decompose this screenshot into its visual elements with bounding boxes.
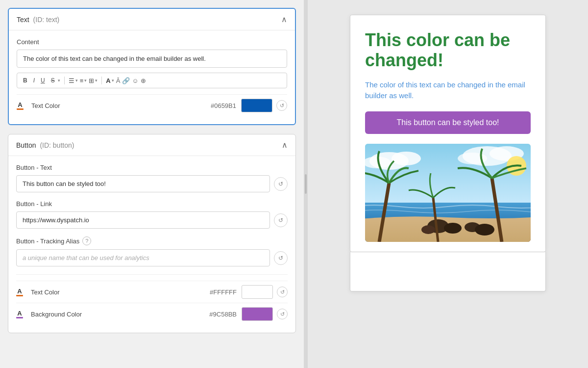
button-card-header: Button (ID: button) ∧ (8, 134, 295, 156)
button-tracking-reset-button[interactable]: ↺ (274, 251, 288, 265)
text-color-row: A Text Color #0659B1 ↺ (17, 94, 287, 116)
button-text-color-reset-button[interactable]: ↺ (277, 287, 288, 297)
table-dropdown[interactable]: ⊞ ▾ (89, 77, 98, 84)
highlight-icon[interactable]: Ā (116, 77, 121, 84)
button-text-color-icon: A (16, 287, 27, 297)
button-bg-color-row: A Background Color #9C58BB ↺ (16, 303, 288, 325)
tracking-help-icon[interactable]: ? (82, 237, 91, 245)
text-toolbar: B I U S ▾ ☰ ▾ ≡ ▾ ⊞ ▾ (17, 73, 287, 88)
button-text-label: Button - Text (16, 164, 288, 171)
svg-point-13 (475, 224, 494, 236)
emoji-icon[interactable]: ☺ (132, 77, 138, 84)
button-text-row: ↺ (16, 175, 288, 192)
list-dropdown[interactable]: ☰ ▾ (69, 77, 78, 84)
text-card: Text (ID: text) ∧ Content The color of t… (8, 8, 296, 125)
text-color-hex: #0659B1 (211, 102, 236, 109)
preview-beach-image (365, 144, 531, 242)
button-link-label: Button - Link (16, 200, 288, 208)
strikethrough-button[interactable]: S (49, 76, 57, 85)
left-panel: Text (ID: text) ∧ Content The color of t… (0, 0, 304, 368)
button-card-divider (16, 274, 288, 275)
align-dropdown[interactable]: ≡ ▾ (80, 77, 87, 84)
content-text-display: The color of this text can be changed in… (17, 50, 287, 68)
button-text-color-hex: #FFFFFF (210, 289, 237, 296)
preview-button[interactable]: This button can be styled too! (365, 111, 531, 134)
email-preview: This color can be changed! The color of … (350, 15, 546, 252)
button-link-input[interactable] (16, 211, 270, 229)
button-card-body: Button - Text ↺ Button - Link ↺ Button -… (8, 156, 295, 333)
text-color-icon: A (17, 100, 27, 111)
button-tracking-input[interactable] (16, 249, 270, 266)
font-color-dropdown[interactable]: A ▾ (106, 77, 114, 84)
button-text-reset-button[interactable]: ↺ (274, 177, 288, 191)
button-link-reset-button[interactable]: ↺ (274, 213, 288, 227)
right-panel: This color can be changed! The color of … (308, 0, 588, 368)
underline-button[interactable]: U (39, 76, 47, 85)
button-text-color-label: Text Color (31, 289, 210, 296)
button-text-input[interactable] (16, 175, 270, 192)
text-color-label: Text Color (31, 102, 211, 109)
link-icon[interactable]: 🔗 (122, 77, 130, 84)
button-bg-color-hex: #9C58BB (209, 311, 237, 318)
toolbar-divider-2 (101, 77, 102, 84)
text-card-title: Text (ID: text) (17, 16, 59, 24)
text-color-swatch[interactable] (241, 99, 272, 112)
divider-handle[interactable] (305, 174, 307, 194)
svg-point-11 (421, 225, 435, 234)
content-label: Content (17, 38, 287, 46)
preview-heading: This color can be changed! (365, 30, 531, 71)
button-text-color-row: A Text Color #FFFFFF ↺ (16, 281, 288, 303)
panel-divider (304, 0, 308, 368)
svg-point-2 (392, 152, 421, 165)
button-bg-color-swatch[interactable] (242, 307, 273, 321)
button-card: Button (ID: button) ∧ Button - Text ↺ Bu… (8, 134, 296, 333)
toolbar-divider-1 (64, 77, 65, 84)
button-text-color-swatch[interactable] (242, 285, 273, 299)
button-bg-color-label: Background Color (31, 311, 209, 318)
italic-button[interactable]: I (31, 76, 37, 85)
button-bg-color-icon: A (16, 309, 27, 319)
bold-button[interactable]: B (21, 76, 29, 85)
button-link-row: ↺ (16, 211, 288, 229)
button-card-title: Button (ID: button) (16, 141, 74, 149)
button-tracking-row: ↺ (16, 249, 288, 266)
button-card-collapse-icon[interactable]: ∧ (282, 140, 288, 150)
text-card-collapse-icon[interactable]: ∧ (281, 15, 287, 24)
special-char-icon[interactable]: ⊕ (141, 77, 146, 84)
preview-bottom-area (350, 252, 546, 291)
button-bg-color-reset-button[interactable]: ↺ (277, 309, 288, 319)
strike-dropdown[interactable]: ▾ (58, 78, 60, 83)
text-card-header: Text (ID: text) ∧ (9, 9, 295, 30)
preview-body-text: The color of this text can be changed in… (365, 79, 531, 102)
button-tracking-label: Button - Tracking Alias (16, 237, 79, 245)
text-card-body: Content The color of this text can be ch… (9, 30, 295, 124)
svg-point-10 (444, 223, 462, 234)
text-color-reset-button[interactable]: ↺ (276, 100, 287, 111)
